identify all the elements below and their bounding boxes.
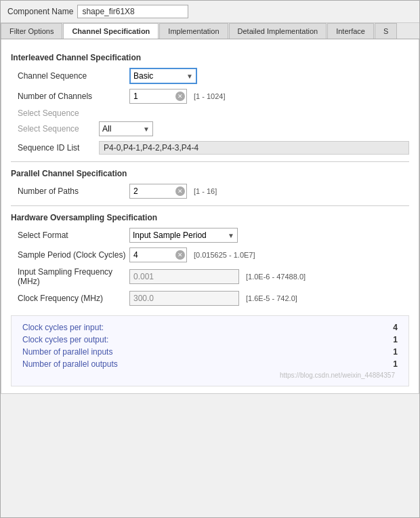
num-paths-input[interactable] [133,186,174,196]
clock-freq-control: [1.6E-5 - 742.0] [129,291,297,306]
num-channels-input-wrapper: ✕ [129,89,187,104]
tab-interface[interactable]: Interface [327,23,374,39]
summary-label-3: Number of parallel outputs [22,359,118,369]
select-format-value: Input Sample Period [133,231,207,240]
input-freq-control: [1.0E-6 - 47488.0] [129,269,306,284]
sequence-id-value: P4-0,P4-1,P4-2,P4-3,P4-4 [99,141,409,155]
select-format-row: Select Format Input Sample Period ▼ [11,228,409,243]
summary-label-0: Clock cycles per input: [22,323,104,332]
channel-sequence-control: Basic ▼ [129,68,197,84]
summary-row-0: Clock cycles per input: 4 [22,323,398,332]
num-channels-control: ✕ [1 - 1024] [129,89,225,104]
tab-filter-options[interactable]: Filter Options [1,23,62,39]
channel-sequence-label: Channel Sequence [18,71,129,81]
select-sequence-select[interactable]: All ▼ [99,121,153,136]
select-format-select[interactable]: Input Sample Period ▼ [129,228,238,243]
tab-implementation[interactable]: Implementation [159,23,228,39]
divider-2 [11,205,409,206]
num-channels-clear-btn[interactable]: ✕ [175,92,185,101]
num-paths-clear-btn[interactable]: ✕ [175,186,185,196]
component-name-input[interactable] [77,5,188,18]
interleaved-section-title: Interleaved Channel Specification [11,53,409,62]
summary-section: Clock cycles per input: 4 Clock cycles p… [11,315,409,386]
summary-label-1: Clock cycles per output: [22,335,108,344]
component-name-label: Component Name [7,7,73,16]
select-sequence-sublabel: Select Sequence [18,108,409,118]
summary-value-2: 1 [393,347,398,357]
component-name-bar: Component Name [1,1,419,23]
tab-channel-specification[interactable]: Channel Specification [63,23,159,39]
select-format-arrow: ▼ [228,232,234,239]
sample-period-control: ✕ [0.015625 - 1.0E7] [129,247,255,262]
clock-freq-input [129,291,239,306]
input-freq-row: Input Sampling Frequency (MHz) [1.0E-6 -… [11,267,409,286]
num-channels-range: [1 - 1024] [194,92,225,100]
num-paths-range: [1 - 16] [194,187,217,195]
summary-row-1: Clock cycles per output: 1 [22,335,398,344]
summary-label-2: Number of parallel inputs [22,347,112,357]
tab-detailed-implementation[interactable]: Detailed Implementation [229,23,327,39]
select-sequence-arrow: ▼ [143,125,150,133]
summary-value-1: 1 [393,335,398,344]
main-window: Component Name Filter Options Channel Sp… [0,0,420,518]
summary-value-0: 4 [393,323,398,332]
summary-value-3: 1 [393,359,398,369]
sequence-id-label: Sequence ID List [18,143,99,153]
sample-period-input[interactable] [133,250,174,260]
input-freq-range: [1.0E-6 - 47488.0] [246,273,306,281]
clock-freq-range: [1.6E-5 - 742.0] [246,294,297,302]
select-sequence-row: Select Sequence All ▼ [18,121,409,136]
select-format-label: Select Format [18,231,129,240]
sample-period-range: [0.015625 - 1.0E7] [194,251,255,259]
channel-sequence-select[interactable]: Basic ▼ [129,68,197,84]
watermark: https://blog.csdn.net/weixin_44884357 [22,372,398,379]
num-paths-row: Number of Paths ✕ [1 - 16] [11,184,409,199]
channel-sequence-row: Channel Sequence Basic ▼ [11,68,409,84]
tabs-bar: Filter Options Channel Specification Imp… [1,23,419,39]
clock-freq-label: Clock Frequency (MHz) [18,294,129,303]
parallel-section-title: Parallel Channel Specification [11,169,409,178]
select-format-control: Input Sample Period ▼ [129,228,238,243]
tab-more[interactable]: S [375,23,397,39]
channel-sequence-value: Basic [133,71,153,81]
summary-row-3: Number of parallel outputs 1 [22,359,398,369]
num-channels-input[interactable] [133,92,174,101]
channel-sequence-arrow: ▼ [186,73,193,80]
select-sequence-value: All [102,124,111,134]
select-sequence-label: Select Sequence [18,124,99,134]
input-freq-input [129,269,239,284]
content-area: Interleaved Channel Specification Channe… [1,39,419,394]
sample-period-row: Sample Period (Clock Cycles) ✕ [0.015625… [11,247,409,262]
sequence-id-row: Sequence ID List P4-0,P4-1,P4-2,P4-3,P4-… [11,141,409,155]
num-channels-row: Number of Channels ✕ [1 - 1024] [11,89,409,104]
clock-freq-row: Clock Frequency (MHz) [1.6E-5 - 742.0] [11,291,409,306]
hardware-section-title: Hardware Oversampling Specification [11,213,409,222]
num-paths-label: Number of Paths [18,186,129,196]
input-freq-label: Input Sampling Frequency (MHz) [18,267,129,286]
sample-period-clear-btn[interactable]: ✕ [175,250,185,260]
sample-period-input-wrapper: ✕ [129,247,187,262]
sample-period-label: Sample Period (Clock Cycles) [18,250,129,260]
divider-1 [11,161,409,162]
num-paths-control: ✕ [1 - 16] [129,184,217,199]
num-channels-label: Number of Channels [18,92,129,101]
num-paths-input-wrapper: ✕ [129,184,187,199]
select-sequence-section: Select Sequence Select Sequence All ▼ [11,108,409,136]
summary-row-2: Number of parallel inputs 1 [22,347,398,357]
